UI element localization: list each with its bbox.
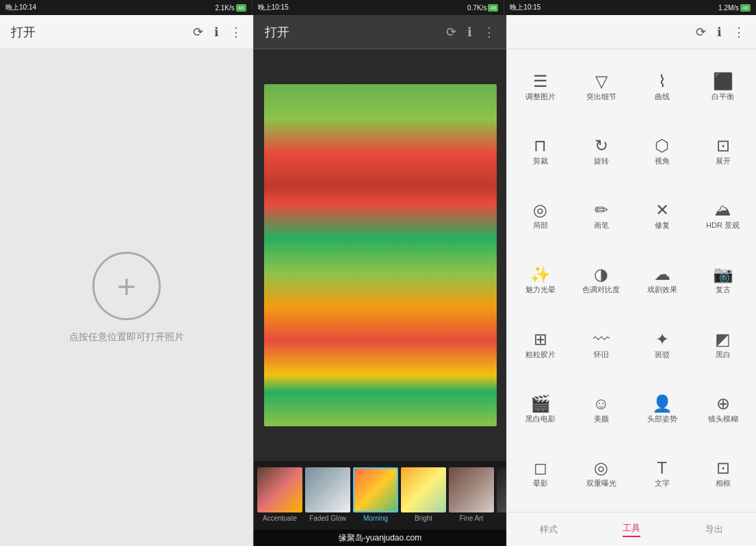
tool-icon-3: ⬛ — [713, 73, 733, 90]
mid-open-title: 打开 — [265, 24, 446, 40]
status-bars: 晚上10:14 2.1K/s 46 晚上10:15 0.7K/s 46 晚上10… — [0, 0, 756, 15]
watermark-bar: 缘聚岛-yuanjudao.com — [254, 530, 506, 546]
right-refresh-icon[interactable]: ⟳ — [696, 25, 706, 40]
tool-icon-5: ↻ — [595, 138, 608, 154]
tool-美颜[interactable]: ☺美颜 — [571, 377, 631, 441]
tool-label-23: 镜头模糊 — [708, 415, 738, 424]
tool-镜头模糊[interactable]: ⊕镜头模糊 — [692, 377, 753, 441]
tool-突出细节[interactable]: ▽突出细节 — [571, 55, 631, 119]
filter-faded-glow[interactable]: Faded Glow — [304, 467, 351, 523]
more-icon[interactable]: ⋮ — [230, 25, 242, 40]
tool-label-22: 头部姿势 — [647, 415, 677, 424]
tool-label-2: 曲线 — [655, 92, 670, 101]
nav-tab-样式[interactable]: 样式 — [507, 519, 590, 540]
status-bar-2: 晚上10:15 0.7K/s 46 — [252, 0, 505, 15]
tool-白平衡[interactable]: ⬛白平衡 — [692, 55, 753, 119]
tool-剪裁[interactable]: ⊓剪裁 — [510, 119, 571, 183]
filter-pu...[interactable]: Pu... — [496, 467, 506, 523]
tool-晕影[interactable]: ◻晕影 — [510, 442, 571, 506]
left-empty-state[interactable]: + 点按任意位置即可打开照片 — [0, 49, 253, 546]
tool-斑驳[interactable]: ✦斑驳 — [631, 313, 692, 377]
tool-label-4: 剪裁 — [533, 157, 548, 166]
main-area: 打开 ⟳ ℹ ⋮ + 点按任意位置即可打开照片 打开 ⟳ ℹ ⋮ — [0, 15, 756, 546]
tool-展开[interactable]: ⊡展开 — [692, 119, 753, 183]
info-icon[interactable]: ℹ — [214, 25, 219, 40]
tool-label-14: 戏剧效果 — [647, 285, 677, 294]
tool-画笔[interactable]: ✏画笔 — [571, 184, 631, 248]
filter-strip: AccentuateFaded GlowMorningBrightFine Ar… — [254, 461, 506, 530]
tool-icon-9: ✏ — [595, 202, 608, 218]
tool-label-24: 晕影 — [533, 479, 548, 488]
tool-icon-21: ☺ — [592, 395, 610, 412]
tool-label-9: 画笔 — [594, 221, 609, 230]
tool-HDR 景观[interactable]: ⛰HDR 景观 — [692, 184, 753, 248]
tool-黑白电影[interactable]: 🎬黑白电影 — [510, 377, 571, 441]
tool-文字[interactable]: T文字 — [631, 442, 692, 506]
tool-调整图片[interactable]: ☰调整图片 — [510, 55, 571, 119]
tool-局部[interactable]: ◎局部 — [510, 184, 571, 248]
right-more-icon[interactable]: ⋮ — [733, 25, 745, 40]
tool-icon-26: T — [657, 460, 667, 476]
tool-icon-6: ⬡ — [655, 138, 669, 154]
mid-toolbar: 打开 ⟳ ℹ ⋮ — [254, 15, 506, 49]
add-photo-button[interactable]: + — [92, 252, 161, 320]
tool-相框[interactable]: ⊡相框 — [692, 442, 753, 506]
tool-icon-8: ◎ — [533, 202, 547, 218]
tool-修复[interactable]: ✕修复 — [631, 184, 692, 248]
tool-戏剧效果[interactable]: ☁戏剧效果 — [631, 248, 692, 313]
tool-icon-11: ⛰ — [715, 202, 731, 218]
tool-色调对比度[interactable]: ◑色调对比度 — [571, 248, 631, 313]
tool-粗粒胶片[interactable]: ⊞粗粒胶片 — [510, 313, 571, 377]
tool-icon-22: 👤 — [652, 395, 673, 412]
tool-label-11: HDR 景观 — [706, 221, 740, 230]
status-bar-3: 晚上10:15 1.2M/s 46 — [504, 0, 756, 15]
filter-bright[interactable]: Bright — [400, 467, 447, 523]
tool-label-10: 修复 — [655, 221, 670, 230]
nav-tab-label-0: 样式 — [540, 523, 558, 536]
tool-复古[interactable]: 📷复古 — [692, 248, 753, 313]
right-panel: ⟳ ℹ ⋮ ☰调整图片▽突出细节⌇曲线⬛白平衡⊓剪裁↻旋转⬡视角⊡展开◎局部✏画… — [506, 15, 756, 546]
tool-label-3: 白平衡 — [712, 92, 734, 101]
tool-label-0: 调整图片 — [525, 92, 556, 101]
photo-image — [264, 84, 497, 426]
photo-display-area — [254, 49, 506, 461]
nav-tab-导出[interactable]: 导出 — [673, 519, 756, 540]
tool-icon-19: ◩ — [715, 331, 731, 348]
filter-morning[interactable]: Morning — [352, 467, 399, 523]
left-toolbar-icons: ⟳ ℹ ⋮ — [193, 25, 242, 40]
nav-tab-工具[interactable]: 工具 — [590, 518, 673, 541]
filter-fine-art[interactable]: Fine Art — [448, 467, 495, 523]
nav-tab-label-1: 工具 — [623, 522, 640, 537]
status-bar-1: 晚上10:14 2.1K/s 46 — [0, 0, 252, 15]
filter-accentuate[interactable]: Accentuate — [257, 467, 303, 523]
filter-label-1: Faded Glow — [309, 515, 346, 522]
tool-icon-10: ✕ — [655, 202, 669, 218]
mid-info-icon[interactable]: ℹ — [467, 25, 472, 40]
right-info-icon[interactable]: ℹ — [717, 25, 722, 40]
empty-hint-text: 点按任意位置即可打开照片 — [69, 331, 184, 343]
tool-黑白[interactable]: ◩黑白 — [692, 313, 753, 377]
mid-more-icon[interactable]: ⋮ — [483, 25, 495, 40]
refresh-icon[interactable]: ⟳ — [193, 25, 203, 40]
tool-label-26: 文字 — [655, 479, 670, 488]
tool-头部姿势[interactable]: 👤头部姿势 — [631, 377, 692, 441]
tool-怀旧[interactable]: 〰怀旧 — [571, 313, 631, 377]
bottom-nav: 样式工具导出 — [507, 512, 756, 546]
tool-label-18: 斑驳 — [655, 350, 670, 359]
mid-toolbar-icons: ⟳ ℹ ⋮ — [446, 25, 495, 40]
tool-魅力光晕[interactable]: ✨魅力光晕 — [510, 248, 571, 313]
mid-panel: 打开 ⟳ ℹ ⋮ AccentuateFaded GlowMorningBrig… — [253, 15, 506, 546]
tool-icon-25: ◎ — [594, 460, 608, 476]
tool-icon-2: ⌇ — [658, 73, 666, 90]
tool-曲线[interactable]: ⌇曲线 — [631, 55, 692, 119]
tool-双重曝光[interactable]: ◎双重曝光 — [571, 442, 631, 506]
tool-旋转[interactable]: ↻旋转 — [571, 119, 631, 183]
tool-label-16: 粗粒胶片 — [525, 350, 556, 359]
tool-icon-7: ⊡ — [716, 138, 730, 154]
nav-tab-label-2: 导出 — [705, 523, 723, 536]
tool-label-1: 突出细节 — [586, 92, 616, 101]
tool-视角[interactable]: ⬡视角 — [631, 119, 692, 183]
tool-label-25: 双重曝光 — [586, 479, 616, 488]
tool-icon-14: ☁ — [654, 266, 670, 283]
mid-refresh-icon[interactable]: ⟳ — [446, 25, 456, 40]
